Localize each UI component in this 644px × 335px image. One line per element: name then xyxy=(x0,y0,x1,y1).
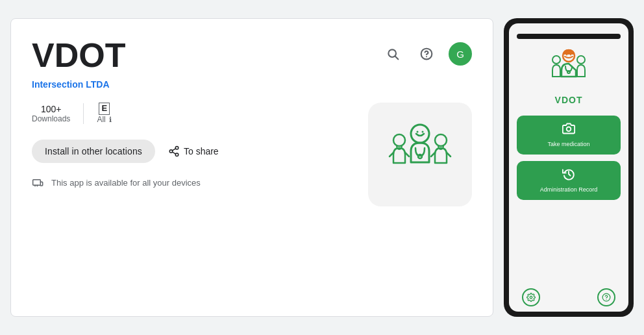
svg-point-27 xyxy=(577,56,585,64)
avatar-letter: G xyxy=(456,49,464,60)
downloads-value: 100+ xyxy=(41,104,62,114)
svg-point-13 xyxy=(417,131,419,133)
search-button[interactable] xyxy=(381,42,404,66)
downloads-stat: 100+ Downloads xyxy=(32,104,83,123)
administration-record-button[interactable]: Administration Record xyxy=(517,161,621,200)
main-container: VDOT G xyxy=(10,18,634,317)
take-medication-label: Take medication xyxy=(547,141,589,148)
svg-point-14 xyxy=(422,131,424,133)
phone-app-icon xyxy=(546,45,591,91)
settings-icon-bottom[interactable] xyxy=(522,288,540,306)
header-icons: G xyxy=(381,42,472,66)
take-medication-button[interactable]: Take medication xyxy=(517,116,621,155)
svg-line-1 xyxy=(395,56,399,60)
help-icon-bottom[interactable] xyxy=(597,288,615,306)
install-button[interactable]: Install in other locations xyxy=(32,140,155,163)
history-icon xyxy=(562,168,575,184)
app-icon-container xyxy=(368,103,472,206)
phone-status-bar xyxy=(517,34,621,39)
svg-point-28 xyxy=(567,127,571,132)
app-icon xyxy=(381,116,459,193)
developer-name[interactable]: Intersection LTDA xyxy=(32,79,472,90)
svg-point-23 xyxy=(566,55,567,56)
phone-screen: VDOT Take medication xyxy=(509,23,628,312)
rating-top: E xyxy=(99,103,110,115)
header-row: VDOT G xyxy=(32,37,472,74)
left-panel: VDOT G xyxy=(10,18,493,317)
svg-point-26 xyxy=(552,56,560,64)
phone-app-name: VDOT xyxy=(555,95,583,105)
info-icon: ℹ xyxy=(109,116,112,123)
left-content: 100+ Downloads E All ℹ xyxy=(32,103,355,189)
app-title: VDOT xyxy=(32,37,125,74)
svg-point-29 xyxy=(530,296,532,299)
svg-point-16 xyxy=(393,134,405,146)
stat-divider xyxy=(83,103,84,124)
avatar-button[interactable]: G xyxy=(449,42,472,66)
devices-icon xyxy=(32,176,45,189)
svg-line-7 xyxy=(172,152,175,154)
stats-row: 100+ Downloads E All ℹ xyxy=(32,103,355,124)
share-button[interactable]: To share xyxy=(168,145,219,157)
svg-line-8 xyxy=(172,149,175,151)
administration-record-label: Administration Record xyxy=(540,186,598,193)
help-button[interactable] xyxy=(415,42,438,66)
phone-bottom-bar xyxy=(517,284,621,306)
downloads-label: Downloads xyxy=(32,114,70,123)
svg-point-24 xyxy=(570,55,571,56)
install-row: Install in other locations To share xyxy=(32,140,355,163)
svg-point-17 xyxy=(435,134,447,146)
rating-stat: E All ℹ xyxy=(97,103,112,124)
svg-rect-9 xyxy=(33,180,41,185)
availability-text: This app is available for all your devic… xyxy=(51,178,201,188)
search-icon xyxy=(386,47,399,60)
help-icon xyxy=(420,47,433,60)
availability-row: This app is available for all your devic… xyxy=(32,176,355,189)
camera-icon xyxy=(562,122,575,138)
svg-point-12 xyxy=(411,125,429,143)
content-row: 100+ Downloads E All ℹ xyxy=(32,103,472,301)
share-icon xyxy=(168,145,180,157)
right-panel: VDOT Take medication xyxy=(504,18,634,317)
rating-letter: E xyxy=(99,103,110,115)
rating-label: All ℹ xyxy=(97,115,112,124)
